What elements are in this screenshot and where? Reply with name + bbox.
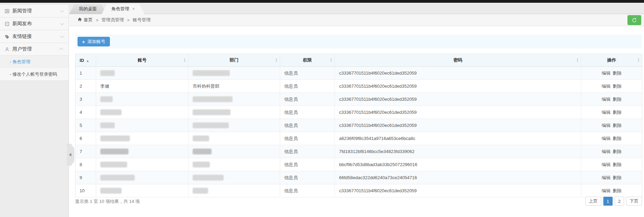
cell-actions: 编辑删除: [581, 80, 642, 93]
action-delete[interactable]: 删除: [613, 110, 622, 115]
cell-actions: 编辑删除: [581, 132, 642, 145]
accounts-table: ID▲账号▲▼部门▲▼权限▲▼密码▲▼操作▲▼ 1信息员c33367701511…: [75, 54, 642, 197]
refresh-button[interactable]: [627, 15, 641, 25]
action-edit[interactable]: 编辑: [602, 110, 611, 115]
sidebar-item-0[interactable]: 新闻管理: [0, 5, 69, 18]
sidebar-item-2[interactable]: 友情链接: [0, 30, 69, 43]
cell-id: 5: [75, 119, 96, 132]
refresh-icon: [632, 18, 637, 23]
action-edit[interactable]: 编辑: [602, 84, 611, 89]
cell-department: [188, 158, 280, 171]
cell-id: 1: [75, 67, 96, 80]
news-icon: [4, 8, 10, 14]
collapse-arrow-icon: [69, 153, 71, 156]
pagination-page-1[interactable]: 1: [603, 197, 613, 206]
content-panel: + 添加账号 ID▲账号▲▼部门▲▼权限▲▼密码▲▼操作▲▼ 1信息员c3336…: [69, 26, 644, 217]
table-row: 3信息员c33367701511b4f6020ec61ded352059编辑删除: [75, 93, 642, 106]
cell-actions: 编辑删除: [581, 184, 642, 197]
sidebar-item-3[interactable]: 用户管理: [0, 43, 69, 56]
column-header-0[interactable]: ID▲: [75, 54, 96, 67]
action-edit[interactable]: 编辑: [602, 136, 611, 141]
cell-password: c33367701511b4f6020ec61ded352059: [335, 80, 581, 93]
action-delete[interactable]: 删除: [613, 175, 622, 180]
pagination-next[interactable]: 下页: [626, 197, 642, 206]
column-header-5[interactable]: 操作▲▼: [581, 54, 642, 67]
cell-password: c33367701511b4f6020ec61ded352059: [335, 119, 581, 132]
action-delete[interactable]: 删除: [613, 97, 622, 102]
add-account-button[interactable]: + 添加账号: [78, 37, 110, 46]
pagination-page-2[interactable]: 2: [615, 197, 624, 206]
top-dark-strip: [0, 0, 644, 3]
action-delete[interactable]: 删除: [613, 70, 622, 76]
action-edit[interactable]: 编辑: [602, 175, 611, 180]
breadcrumb-item-2: 账号管理: [133, 17, 151, 23]
cell-department: 市科协科普部: [188, 80, 280, 93]
column-label: 密码: [453, 57, 462, 63]
breadcrumb-bar: 首页>管理员管理>账号管理: [69, 14, 644, 26]
redacted-text: [100, 175, 135, 181]
action-delete[interactable]: 删除: [613, 84, 622, 89]
sidebar-collapse-handle[interactable]: [67, 144, 74, 166]
column-header-1[interactable]: 账号▲▼: [96, 54, 188, 67]
redacted-text: [193, 70, 230, 76]
cell-permission: 信息员: [280, 119, 335, 132]
action-edit[interactable]: 编辑: [602, 97, 611, 102]
cell-account: 李健: [96, 80, 188, 93]
tab-bar: 我的桌面角色管理×: [69, 3, 644, 14]
sidebar-item-label: 新闻管理: [12, 8, 60, 14]
column-header-3[interactable]: 权限▲▼: [280, 54, 335, 67]
tab-0[interactable]: 我的桌面: [69, 4, 106, 14]
tab-1[interactable]: 角色管理×: [102, 4, 144, 14]
cell-department: [188, 132, 280, 145]
sidebar-item-1[interactable]: 新闻发布: [0, 18, 69, 30]
cell-department: [188, 106, 280, 119]
cell-actions: 编辑删除: [581, 119, 642, 132]
action-delete[interactable]: 删除: [613, 188, 622, 193]
action-edit[interactable]: 编辑: [602, 70, 611, 76]
table-row: 5信息员c33367701511b4f6020ec61ded352059编辑删除: [75, 119, 642, 132]
cell-id: 10: [75, 184, 96, 197]
cell-id: 8: [75, 158, 96, 171]
redacted-text: [100, 109, 122, 115]
cell-permission: 信息员: [280, 67, 335, 80]
cell-password: 7fd18312bf8146bcc5e34823fd339062: [335, 145, 581, 158]
breadcrumb-item-1: 管理员管理: [102, 17, 124, 23]
tab-label: 角色管理: [111, 6, 129, 11]
cell-id: 9: [75, 171, 96, 184]
table-row: 2李健市科协科普部信息员c33367701511b4f6020ec61ded35…: [75, 80, 642, 93]
cell-department: [188, 145, 280, 158]
sort-icon: ▲▼: [275, 58, 278, 63]
table-row: 1信息员c33367701511b4f6020ec61ded352059编辑删除: [75, 67, 642, 80]
action-edit[interactable]: 编辑: [602, 123, 611, 128]
column-label: ID: [80, 58, 84, 63]
pagination: 上页12下页: [585, 197, 642, 206]
pagination-prev[interactable]: 上页: [585, 197, 601, 206]
action-edit[interactable]: 编辑: [602, 188, 611, 193]
cell-id: 7: [75, 145, 96, 158]
cell-account: [96, 106, 188, 119]
action-delete[interactable]: 删除: [613, 123, 622, 128]
sidebar-subitem-0[interactable]: - 角色管理: [0, 56, 69, 68]
tab-close-icon[interactable]: ×: [132, 7, 135, 11]
redacted-text: [100, 162, 127, 167]
cell-department: [188, 184, 280, 197]
sort-icon: ▲▼: [576, 58, 579, 63]
redacted-text: [193, 175, 224, 181]
table-body: 1信息员c33367701511b4f6020ec61ded352059编辑删除…: [75, 67, 642, 197]
breadcrumb-home[interactable]: 首页: [78, 17, 93, 23]
breadcrumb: 首页>管理员管理>账号管理: [78, 17, 151, 23]
action-delete[interactable]: 删除: [613, 136, 622, 141]
sidebar-subitem-1[interactable]: - 修改个人帐号登录密码: [0, 68, 69, 81]
column-header-2[interactable]: 部门▲▼: [188, 54, 280, 67]
redacted-text: [100, 96, 113, 102]
action-delete[interactable]: 删除: [613, 162, 622, 167]
chevron-down-icon: [60, 34, 64, 38]
breadcrumb-separator: >: [127, 18, 130, 23]
cell-password: c33367701511b4f6020ec61ded352059: [335, 67, 581, 80]
action-delete[interactable]: 删除: [613, 149, 622, 154]
action-edit[interactable]: 编辑: [602, 162, 611, 167]
cell-password: c33367701511b4f6020ec61ded352059: [335, 106, 581, 119]
sort-icon: ▲▼: [183, 58, 186, 63]
column-header-4[interactable]: 密码▲▼: [335, 54, 581, 67]
action-edit[interactable]: 编辑: [602, 149, 611, 154]
